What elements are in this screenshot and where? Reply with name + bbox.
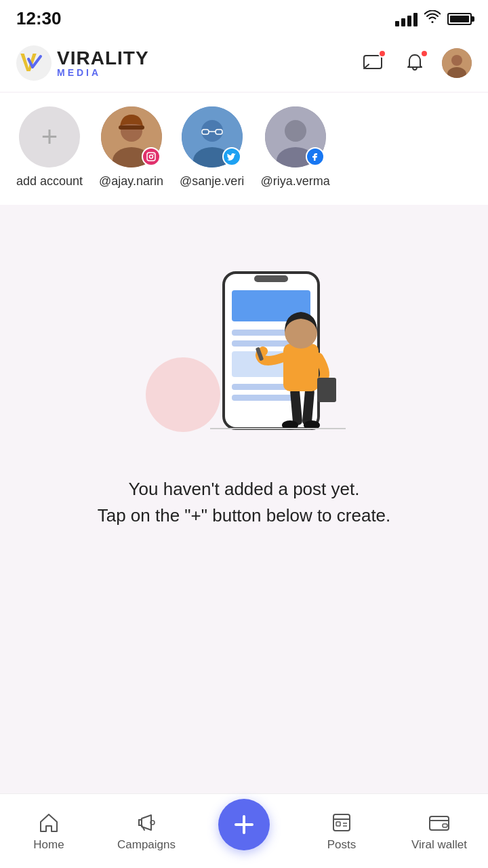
account-sanje-name: @sanje.veri [180, 174, 244, 189]
svg-point-4 [451, 55, 462, 66]
nav-add-center [195, 799, 293, 864]
nav-posts[interactable]: Posts [293, 811, 390, 852]
battery-icon [447, 13, 472, 25]
facebook-badge [306, 147, 325, 166]
accounts-scroll: + add account [0, 106, 488, 189]
home-icon [37, 811, 60, 834]
user-avatar[interactable] [442, 48, 472, 78]
empty-state-illustration [136, 232, 352, 449]
campaigns-icon [135, 811, 158, 834]
viral-wallet-icon [428, 811, 451, 834]
account-ajay-wrap [101, 106, 162, 167]
svg-rect-45 [336, 822, 340, 826]
header-actions [358, 48, 472, 78]
svg-point-11 [149, 155, 152, 159]
add-post-button[interactable] [218, 799, 270, 850]
status-bar: 12:30 [0, 0, 488, 35]
account-riya[interactable]: @riya.verma [260, 106, 329, 189]
svg-rect-10 [147, 153, 155, 161]
status-icons [395, 10, 472, 28]
svg-point-22 [146, 357, 220, 432]
svg-rect-24 [254, 275, 288, 282]
svg-point-12 [152, 154, 154, 155]
nav-viral-wallet[interactable]: Viral wallet [390, 811, 488, 852]
messages-button[interactable] [358, 48, 388, 78]
svg-rect-9 [119, 125, 144, 130]
twitter-badge [222, 147, 241, 166]
svg-rect-30 [232, 395, 293, 401]
nav-viral-wallet-label: Viral wallet [411, 838, 467, 852]
add-account-avatar-wrap: + [19, 106, 80, 167]
bottom-nav: Home Campaigns Posts [0, 793, 488, 868]
add-account-avatar: + [19, 106, 80, 167]
account-sanje-wrap [182, 106, 243, 167]
add-account-label: add account [16, 174, 83, 189]
account-riya-name: @riya.verma [260, 174, 329, 189]
svg-rect-48 [430, 816, 449, 830]
account-ajay[interactable]: @ajay.narin [99, 106, 163, 189]
header: V VIRALITY MEDIA [0, 35, 488, 92]
svg-rect-49 [443, 824, 447, 827]
logo-text: VIRALITY MEDIA [57, 49, 149, 77]
add-plus-icon: + [41, 123, 58, 151]
account-riya-wrap [265, 106, 326, 167]
add-account-item[interactable]: + add account [16, 106, 83, 189]
empty-state-text: You haven't added a post yet. Tap on the… [0, 462, 488, 556]
svg-rect-27 [232, 340, 293, 347]
svg-rect-35 [283, 344, 319, 391]
notifications-badge [420, 50, 428, 58]
nav-posts-label: Posts [327, 838, 357, 852]
illustration-area [0, 205, 488, 462]
account-sanje[interactable]: @sanje.veri [180, 106, 244, 189]
nav-campaigns[interactable]: Campaigns [98, 811, 195, 852]
svg-rect-38 [317, 378, 336, 402]
logo-icon: V [16, 45, 52, 81]
empty-state-line2: Tap on the "+" button below to create. [41, 502, 447, 529]
svg-point-14 [201, 120, 223, 142]
posts-icon [330, 811, 353, 834]
add-icon [230, 811, 258, 838]
wifi-icon [424, 10, 441, 28]
signal-icon [395, 12, 418, 26]
accounts-section: + add account [0, 93, 488, 205]
nav-home[interactable]: Home [0, 811, 98, 852]
nav-campaigns-label: Campaigns [117, 838, 176, 852]
status-time: 12:30 [16, 8, 62, 29]
empty-state-line1: You haven't added a post yet. [41, 476, 447, 502]
nav-home-label: Home [33, 838, 64, 852]
logo-media-text: MEDIA [57, 68, 149, 77]
instagram-badge [142, 147, 161, 166]
logo: V VIRALITY MEDIA [16, 45, 149, 81]
logo-virality-text: VIRALITY [57, 49, 149, 68]
messages-badge [378, 50, 386, 58]
account-ajay-name: @ajay.narin [99, 174, 163, 189]
svg-point-20 [285, 120, 306, 142]
notifications-button[interactable] [400, 48, 430, 78]
